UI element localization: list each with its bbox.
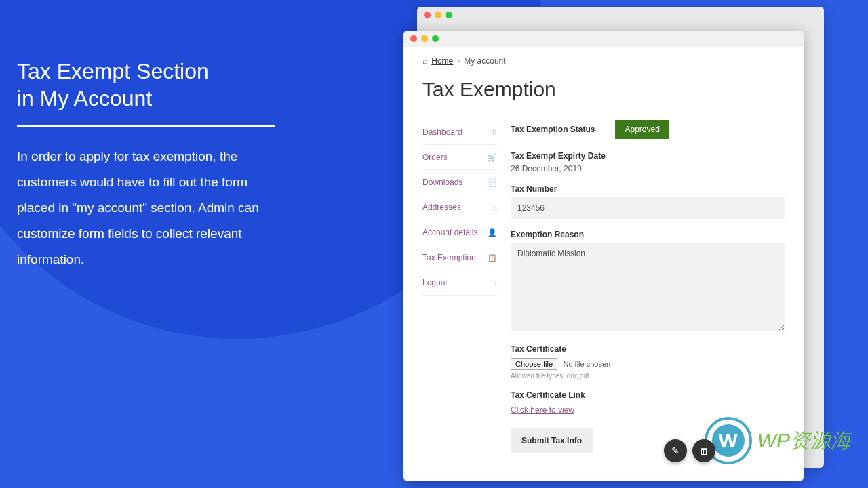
- edit-fab[interactable]: ✎: [664, 439, 687, 462]
- watermark: W WP资源海: [705, 417, 851, 464]
- minimize-icon[interactable]: [435, 12, 441, 18]
- file-hint: Allowed file types: doc,pdf: [511, 372, 785, 380]
- sidebar-item-dashboard[interactable]: Dashboard⚙: [422, 120, 497, 145]
- sidebar-item-account-details[interactable]: Account details👤: [422, 220, 497, 245]
- status-badge: Approved: [615, 120, 669, 139]
- delete-fab[interactable]: 🗑: [692, 439, 715, 462]
- account-sidebar: Dashboard⚙ Orders🛒 Downloads📄 Addresses⌂…: [422, 120, 497, 453]
- cart-icon: 🛒: [488, 153, 497, 162]
- main-window: ⌂ Home › My account Tax Exemption Dashbo…: [403, 30, 804, 481]
- minimize-icon[interactable]: [421, 35, 428, 42]
- status-label: Tax Exemption Status: [511, 125, 595, 134]
- floating-actions: ✎ 🗑: [664, 439, 715, 462]
- certificate-label: Tax Certificate: [511, 344, 785, 354]
- tax-number-input[interactable]: [511, 197, 785, 219]
- expiry-value: 26 December, 2019: [511, 164, 785, 174]
- page-title: Tax Exemption: [422, 78, 785, 101]
- close-icon[interactable]: [424, 12, 431, 18]
- expiry-label: Tax Exempt Expirty Date: [511, 151, 785, 161]
- file-icon: 📄: [488, 178, 497, 187]
- reason-textarea[interactable]: [511, 243, 785, 331]
- breadcrumb-current: My account: [464, 56, 505, 66]
- logout-icon: ↪: [491, 279, 497, 287]
- main-content: Tax Exemption Status Approved Tax Exempt…: [511, 120, 785, 453]
- maximize-icon[interactable]: [446, 12, 452, 18]
- breadcrumb-separator: ›: [457, 56, 460, 66]
- choose-file-button[interactable]: Choose file: [511, 358, 557, 370]
- close-icon[interactable]: [410, 35, 417, 42]
- hero-description: In order to apply for tax exemption, the…: [17, 144, 275, 272]
- trash-icon: 🗑: [699, 445, 709, 456]
- sidebar-item-addresses[interactable]: Addresses⌂: [422, 195, 497, 220]
- cert-link[interactable]: Click here to view: [511, 405, 574, 415]
- hero-panel: Tax Exempt Section in My Account In orde…: [17, 58, 275, 272]
- user-icon: 👤: [488, 228, 497, 237]
- gauge-icon: ⚙: [490, 128, 497, 137]
- sidebar-item-logout[interactable]: Logout↪: [422, 270, 497, 296]
- window-titlebar: [403, 30, 804, 47]
- breadcrumb: ⌂ Home › My account: [422, 56, 785, 66]
- sidebar-item-tax-exemption[interactable]: Tax Exemption📋: [422, 245, 497, 270]
- submit-button[interactable]: Submit Tax Info: [511, 428, 593, 453]
- breadcrumb-home-link[interactable]: Home: [431, 56, 453, 66]
- sidebar-item-downloads[interactable]: Downloads📄: [422, 170, 497, 195]
- tax-number-label: Tax Number: [511, 184, 785, 194]
- divider: [17, 125, 275, 127]
- hero-title: Tax Exempt Section in My Account: [17, 58, 275, 112]
- file-status: No file chosen: [564, 360, 611, 368]
- home-icon: ⌂: [422, 56, 427, 66]
- cert-link-label: Tax Certificate Link: [511, 390, 785, 400]
- home-icon: ⌂: [492, 203, 497, 211]
- sidebar-item-orders[interactable]: Orders🛒: [422, 145, 497, 170]
- clipboard-icon: 📋: [488, 253, 497, 262]
- maximize-icon[interactable]: [432, 35, 439, 42]
- reason-label: Exemption Reason: [511, 230, 785, 239]
- watermark-text: WP资源海: [757, 427, 851, 455]
- pencil-icon: ✎: [671, 445, 679, 456]
